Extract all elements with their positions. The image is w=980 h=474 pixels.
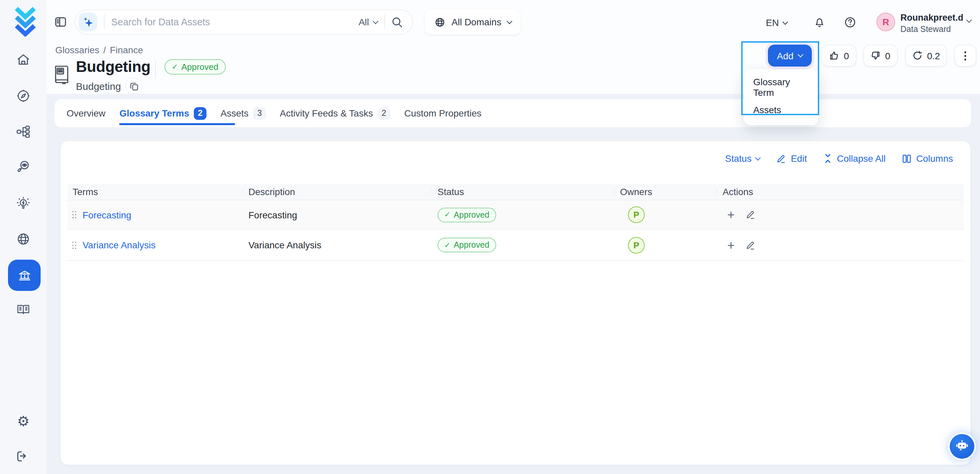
row-edit-icon[interactable]: [745, 240, 755, 250]
menu-item-assets[interactable]: Assets: [744, 101, 818, 119]
term-link[interactable]: Forecasting: [83, 209, 131, 220]
term-link[interactable]: Variance Analysis: [83, 240, 156, 250]
column-header-actions: Actions: [717, 186, 964, 197]
tab-count-badge: 2: [378, 107, 390, 119]
downvote-button[interactable]: 0: [863, 45, 898, 67]
glossary-terms-table: Terms Description Status Owners Actions …: [67, 184, 964, 261]
status-badge-label: Approved: [453, 240, 489, 250]
observability-icon: [16, 160, 31, 174]
breadcrumb-finance[interactable]: Finance: [110, 45, 143, 55]
column-header-description: Description: [243, 186, 432, 197]
divider: [155, 60, 156, 78]
drag-handle-icon[interactable]: [71, 241, 77, 249]
add-child-term-button[interactable]: +: [727, 208, 735, 221]
menu-item-glossary-term[interactable]: Glossary Term: [744, 73, 818, 101]
row-edit-icon[interactable]: [745, 210, 755, 220]
insights-bulb-icon: [16, 196, 31, 211]
breadcrumb-separator: /: [103, 45, 106, 55]
user-initial: R: [883, 17, 889, 27]
owner-avatar[interactable]: P: [628, 206, 645, 223]
sidebar-item-lineage[interactable]: [16, 124, 31, 139]
status-filter-label: Status: [725, 153, 752, 164]
pencil-icon: [776, 153, 786, 164]
chevron-down-icon: [755, 155, 761, 161]
add-button-label: Add: [777, 50, 794, 61]
tab-activity-feeds[interactable]: Activity Feeds & Tasks 2: [280, 107, 390, 119]
user-menu[interactable]: Rounakpreet.d Data Steward: [900, 13, 963, 35]
edit-button[interactable]: Edit: [776, 153, 807, 164]
language-select[interactable]: EN: [766, 17, 788, 28]
user-avatar[interactable]: R: [877, 13, 895, 31]
breadcrumb-glossaries[interactable]: Glossaries: [55, 45, 99, 55]
tab-count-badge: 3: [253, 107, 266, 119]
copy-button[interactable]: [126, 78, 142, 94]
sidebar-collapse-button[interactable]: [55, 16, 67, 28]
sidebar-item-explore[interactable]: [16, 89, 31, 103]
add-dropdown-menu: Glossary Term Assets: [744, 69, 818, 125]
gear-icon: ⚙: [16, 414, 31, 429]
owner-avatar[interactable]: P: [628, 237, 645, 253]
chevron-down-icon: [798, 52, 803, 57]
tab-assets[interactable]: Assets 3: [220, 107, 266, 119]
tab-glossary-terms[interactable]: Glossary Terms 2: [119, 107, 207, 119]
tab-bar: Overview Glossary Terms 2 Assets 3 Activ…: [55, 99, 971, 127]
status-badge: ✓ Approved: [438, 207, 496, 222]
openmetadata-app: ⚙ All: [0, 0, 980, 474]
search-scope-select[interactable]: All: [359, 17, 378, 27]
collapse-all-button[interactable]: Collapse All: [823, 153, 885, 164]
sidebar-item-logout[interactable]: [16, 450, 31, 465]
breadcrumb: Glossaries / Finance: [55, 45, 143, 55]
version-history-icon: [912, 51, 923, 60]
globe-icon: [16, 232, 31, 247]
version-value: 0.2: [927, 50, 940, 61]
sidebar-item-glossary[interactable]: [16, 303, 31, 318]
sidebar-item-settings[interactable]: ⚙: [16, 414, 31, 429]
tab-count-badge: 2: [194, 107, 207, 119]
add-child-term-button[interactable]: +: [727, 239, 735, 251]
sidebar-item-domains[interactable]: [16, 232, 31, 247]
app-logo[interactable]: [11, 6, 39, 37]
upvote-button[interactable]: 0: [822, 45, 856, 67]
logout-icon: [16, 450, 29, 463]
check-icon: ✓: [444, 210, 450, 219]
column-header-owners: Owners: [615, 186, 717, 197]
thumbs-down-icon: [870, 51, 880, 60]
version-button[interactable]: 0.2: [905, 45, 947, 67]
ai-search-button[interactable]: [79, 13, 97, 31]
more-options-button[interactable]: ⋮: [955, 45, 976, 67]
status-filter-dropdown[interactable]: Status: [725, 153, 760, 164]
status-badge-label: Approved: [453, 210, 489, 220]
page-title: Budgeting: [76, 58, 151, 76]
term-description: Forecasting: [243, 209, 432, 220]
search-input[interactable]: [111, 17, 359, 27]
owner-initial: P: [633, 210, 639, 220]
language-value: EN: [766, 17, 779, 28]
add-button[interactable]: Add: [768, 45, 812, 67]
chatbot-button[interactable]: [950, 434, 974, 459]
tab-overview[interactable]: Overview: [67, 108, 105, 119]
divider: [104, 14, 105, 29]
thumbs-up-icon: [829, 51, 839, 60]
columns-label: Columns: [916, 153, 953, 164]
help-icon: [845, 17, 856, 28]
all-domains-button[interactable]: All Domains: [425, 9, 520, 35]
sidebar-item-observability[interactable]: [16, 160, 31, 174]
tab-label: Overview: [67, 108, 105, 119]
tab-custom-properties[interactable]: Custom Properties: [404, 108, 482, 119]
lineage-icon: [16, 124, 31, 139]
table-row: Variance Analysis Variance Analysis ✓ Ap…: [67, 230, 964, 261]
sidebar-item-govern[interactable]: [8, 259, 41, 291]
owner-initial: P: [633, 240, 639, 250]
drag-handle-icon[interactable]: [71, 210, 77, 219]
columns-button[interactable]: Columns: [902, 153, 953, 164]
compass-icon: [16, 89, 31, 103]
notifications-button[interactable]: [814, 17, 825, 29]
bank-icon: [17, 268, 32, 283]
chevron-down-icon: [783, 19, 788, 25]
help-button[interactable]: [845, 17, 856, 28]
sidebar-item-insights[interactable]: [16, 196, 31, 211]
sidebar-item-home[interactable]: [16, 52, 31, 67]
global-search-bar[interactable]: All: [75, 9, 413, 35]
search-icon[interactable]: [391, 16, 403, 28]
chevron-down-icon: [373, 18, 379, 24]
